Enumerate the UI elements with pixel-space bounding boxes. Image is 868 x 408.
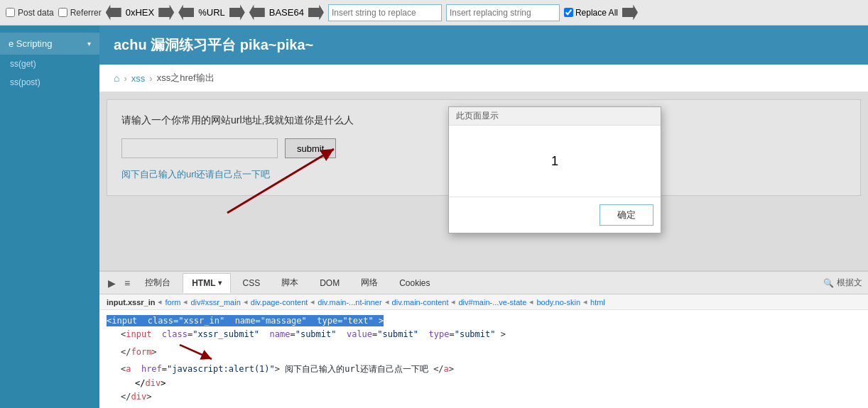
post-data-checkbox[interactable]: [6, 8, 15, 17]
tab-script-label: 脚本: [281, 277, 298, 289]
dialog-footer: 确定: [449, 197, 661, 233]
home-icon[interactable]: ⌂: [114, 72, 119, 84]
referrer-item: Referrer: [58, 8, 102, 18]
devtools-tab-network[interactable]: 网络: [352, 272, 387, 294]
tab-html-label: HTML: [192, 278, 215, 288]
code-line-selected: <input class="xssr_in" name="massage" ty…: [107, 314, 861, 328]
devtools-bc-main-inner[interactable]: div.main-...nt-inner: [318, 298, 381, 307]
url-label: %URL: [198, 7, 225, 18]
devtools-bc-div-main[interactable]: div#main-...ve-state: [458, 298, 526, 307]
main-area: e Scripting ▾ ss(get) ss(post) achu 漏洞练习…: [0, 26, 868, 408]
sidebar-item-xss-get[interactable]: ss(get): [0, 55, 99, 73]
devtools-tab-cookies[interactable]: Cookies: [390, 273, 439, 293]
breadcrumb: ⌂ › xss › xss之href输出: [99, 65, 868, 92]
devtools-bc-form[interactable]: form: [165, 298, 180, 307]
devtools-bc-main-content[interactable]: div.main-content: [392, 298, 449, 307]
code-line-5: </div>: [107, 377, 861, 390]
referrer-checkbox[interactable]: [58, 8, 67, 17]
devtools-bc-sep1: ◂: [158, 297, 162, 307]
code-viewer: <input class="xssr_in" name="massage" ty…: [99, 310, 868, 408]
devtools-bc-sep2: ◂: [183, 297, 188, 307]
base64-right-arrow[interactable]: [308, 5, 324, 21]
svg-line-1: [227, 149, 334, 213]
dialog-title-bar: 此页面显示: [449, 107, 661, 126]
dialog-value: 1: [551, 154, 558, 169]
hex-left-arrow[interactable]: [106, 5, 121, 21]
tab-html-dropdown-icon[interactable]: ▾: [218, 279, 222, 287]
breadcrumb-current: xss之href输出: [157, 72, 215, 84]
dialog-title: 此页面显示: [456, 110, 499, 122]
svg-line-3: [180, 345, 212, 359]
replace-string-input[interactable]: [446, 4, 560, 21]
devtools-bc-body[interactable]: body.no-skin: [536, 298, 580, 307]
search-string-input[interactable]: [328, 4, 442, 21]
content-area: achu 漏洞练习平台 pika~pika~ ⌂ › xss › xss之hre…: [99, 26, 868, 408]
tab-dom-label: DOM: [320, 278, 340, 288]
alert-dialog: 此页面显示 1 确定: [448, 106, 661, 233]
replace-all-checkbox[interactable]: [564, 8, 573, 17]
replace-all-arrow[interactable]: [622, 5, 638, 21]
devtools: ▶ ≡ 控制台 HTML ▾ CSS 脚本 DOM: [99, 270, 868, 408]
devtools-tab-script[interactable]: 脚本: [272, 272, 308, 294]
page-header: achu 漏洞练习平台 pika~pika~: [99, 26, 868, 65]
devtools-search: 🔍 根据文: [823, 277, 862, 289]
post-data-label: Post data: [18, 8, 54, 18]
dialog-body: 1: [449, 126, 661, 197]
url-right-arrow[interactable]: [229, 5, 245, 21]
devtools-bc-sep3: ◂: [244, 297, 248, 307]
devtools-bc-input[interactable]: input.xssr_in: [107, 298, 155, 307]
replace-all-item: Replace All: [564, 8, 618, 18]
devtools-bc-sep5: ◂: [385, 297, 389, 307]
post-data-item: Post data: [6, 8, 54, 18]
hex-right-arrow[interactable]: [158, 5, 174, 21]
breadcrumb-sep1: ›: [124, 73, 126, 84]
tab-css-label: CSS: [243, 278, 261, 288]
sidebar-xss-post-label: ss(post): [10, 77, 40, 87]
devtools-breadcrumb: input.xssr_in ◂ form ◂ div#xssr_main ◂ d…: [99, 294, 868, 310]
url-left-arrow[interactable]: [178, 5, 194, 21]
search-icon: 🔍: [823, 278, 834, 288]
referrer-label: Referrer: [70, 8, 102, 18]
dialog-ok-button[interactable]: 确定: [600, 204, 653, 226]
tab-console-label: 控制台: [145, 277, 170, 289]
replace-all-label: Replace All: [575, 8, 618, 18]
devtools-nav-left[interactable]: ▶: [105, 276, 119, 290]
breadcrumb-xss-link[interactable]: xss: [131, 73, 146, 84]
tab-cookies-label: Cookies: [399, 278, 430, 288]
search-label: 根据文: [837, 277, 862, 289]
base64-left-arrow[interactable]: [249, 5, 265, 21]
breadcrumb-sep2: ›: [149, 73, 152, 84]
devtools-tab-html[interactable]: HTML ▾: [183, 273, 230, 293]
sidebar-item-scripting[interactable]: e Scripting ▾: [0, 33, 99, 55]
devtools-tab-dom[interactable]: DOM: [310, 273, 349, 293]
code-line-3: </form>: [107, 341, 861, 363]
sidebar-chevron-icon: ▾: [87, 40, 91, 48]
code-line-2: <input class="xssr_submit" name="submit"…: [107, 328, 861, 341]
code-line-4: <a href="javascript:alert(1)"> 阅下自己输入的ur…: [107, 363, 861, 376]
devtools-bc-page-content[interactable]: div.page-content: [251, 298, 308, 307]
code-line-6: </div>: [107, 390, 861, 404]
code-selected-text: <input class="xssr_in" name="massage" ty…: [107, 315, 384, 326]
devtools-bc-sep4: ◂: [310, 297, 315, 307]
sidebar-item-xss-post[interactable]: ss(post): [0, 73, 99, 92]
devtools-tab-css[interactable]: CSS: [234, 273, 270, 293]
sidebar: e Scripting ▾ ss(get) ss(post): [0, 26, 99, 408]
tab-network-label: 网络: [361, 277, 378, 289]
hex-label: 0xHEX: [126, 7, 154, 18]
base64-label: BASE64: [269, 7, 304, 18]
devtools-bc-sep6: ◂: [451, 297, 455, 307]
sidebar-scripting-label: e Scripting: [9, 38, 52, 49]
devtools-tab-console[interactable]: 控制台: [136, 272, 180, 294]
toolbar: Post data Referrer 0xHEX %URL BASE64 Rep…: [0, 0, 868, 26]
devtools-bc-sep8: ◂: [583, 297, 587, 307]
devtools-bc-div-xssr[interactable]: div#xssr_main: [190, 298, 240, 307]
devtools-tabs: ▶ ≡ 控制台 HTML ▾ CSS 脚本 DOM: [99, 272, 868, 294]
sidebar-xss-get-label: ss(get): [10, 59, 36, 69]
dialog-overlay: 此页面显示 1 确定: [99, 92, 868, 270]
devtools-nav-list[interactable]: ≡: [121, 276, 133, 290]
page-title: achu 漏洞练习平台 pika~pika~: [114, 37, 313, 53]
devtools-bc-html[interactable]: html: [590, 298, 605, 307]
devtools-bc-sep7: ◂: [529, 297, 533, 307]
